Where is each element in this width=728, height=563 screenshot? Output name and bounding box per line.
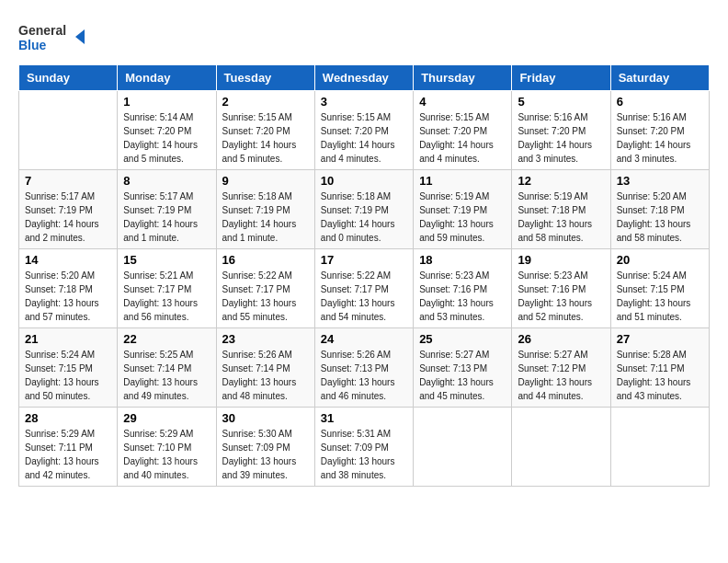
week-row-3: 14Sunrise: 5:20 AMSunset: 7:18 PMDayligh… — [19, 249, 710, 328]
svg-text:Blue: Blue — [18, 38, 47, 52]
day-cell: 28Sunrise: 5:29 AMSunset: 7:11 PMDayligh… — [19, 408, 118, 487]
day-info: Sunrise: 5:31 AMSunset: 7:09 PMDaylight:… — [321, 427, 407, 482]
week-row-2: 7Sunrise: 5:17 AMSunset: 7:19 PMDaylight… — [19, 170, 710, 249]
day-info: Sunrise: 5:27 AMSunset: 7:12 PMDaylight:… — [518, 348, 604, 403]
day-number: 7 — [25, 174, 111, 188]
day-cell: 27Sunrise: 5:28 AMSunset: 7:11 PMDayligh… — [610, 328, 709, 408]
day-number: 25 — [419, 332, 506, 346]
day-number: 17 — [321, 253, 407, 267]
day-info: Sunrise: 5:24 AMSunset: 7:15 PMDaylight:… — [25, 348, 111, 403]
day-info: Sunrise: 5:29 AMSunset: 7:11 PMDaylight:… — [25, 427, 111, 482]
day-number: 8 — [123, 174, 210, 188]
weekday-header-friday: Friday — [512, 65, 610, 91]
day-number: 5 — [518, 95, 604, 109]
day-cell — [610, 408, 709, 487]
day-cell: 30Sunrise: 5:30 AMSunset: 7:09 PMDayligh… — [216, 408, 314, 487]
day-cell: 31Sunrise: 5:31 AMSunset: 7:09 PMDayligh… — [314, 408, 413, 487]
day-cell: 5Sunrise: 5:16 AMSunset: 7:20 PMDaylight… — [512, 91, 610, 170]
day-number: 9 — [222, 174, 309, 188]
svg-marker-2 — [75, 29, 85, 44]
day-number: 3 — [321, 95, 407, 109]
day-cell: 15Sunrise: 5:21 AMSunset: 7:17 PMDayligh… — [118, 249, 216, 328]
day-number: 20 — [617, 253, 703, 267]
day-number: 1 — [123, 95, 210, 109]
day-cell: 20Sunrise: 5:24 AMSunset: 7:15 PMDayligh… — [610, 249, 709, 328]
day-number: 26 — [518, 332, 604, 346]
weekday-header-tuesday: Tuesday — [216, 65, 314, 91]
day-cell: 13Sunrise: 5:20 AMSunset: 7:18 PMDayligh… — [610, 170, 709, 249]
page-header: GeneralBlue — [18, 18, 710, 55]
day-info: Sunrise: 5:26 AMSunset: 7:14 PMDaylight:… — [222, 348, 309, 403]
day-info: Sunrise: 5:27 AMSunset: 7:13 PMDaylight:… — [419, 348, 506, 403]
weekday-header-monday: Monday — [118, 65, 216, 91]
day-cell: 2Sunrise: 5:15 AMSunset: 7:20 PMDaylight… — [216, 91, 314, 170]
day-number: 31 — [321, 411, 407, 425]
svg-text:General: General — [18, 23, 66, 38]
weekday-header-wednesday: Wednesday — [314, 65, 413, 91]
day-cell: 11Sunrise: 5:19 AMSunset: 7:19 PMDayligh… — [414, 170, 512, 249]
day-cell: 22Sunrise: 5:25 AMSunset: 7:14 PMDayligh… — [118, 328, 216, 408]
day-number: 15 — [123, 253, 210, 267]
day-info: Sunrise: 5:18 AMSunset: 7:19 PMDaylight:… — [222, 190, 309, 245]
day-info: Sunrise: 5:22 AMSunset: 7:17 PMDaylight:… — [222, 269, 309, 324]
day-info: Sunrise: 5:21 AMSunset: 7:17 PMDaylight:… — [123, 269, 210, 324]
day-cell: 3Sunrise: 5:15 AMSunset: 7:20 PMDaylight… — [314, 91, 413, 170]
day-number: 23 — [222, 332, 309, 346]
day-cell: 1Sunrise: 5:14 AMSunset: 7:20 PMDaylight… — [118, 91, 216, 170]
day-info: Sunrise: 5:15 AMSunset: 7:20 PMDaylight:… — [321, 110, 407, 166]
day-cell: 7Sunrise: 5:17 AMSunset: 7:19 PMDaylight… — [19, 170, 118, 249]
day-number: 16 — [222, 253, 309, 267]
day-number: 29 — [123, 411, 210, 425]
day-info: Sunrise: 5:19 AMSunset: 7:18 PMDaylight:… — [518, 190, 604, 245]
weekday-header-sunday: Sunday — [19, 65, 118, 91]
day-cell — [19, 91, 118, 170]
day-cell: 8Sunrise: 5:17 AMSunset: 7:19 PMDaylight… — [118, 170, 216, 249]
day-cell — [512, 408, 610, 487]
day-number: 14 — [25, 253, 111, 267]
day-cell: 10Sunrise: 5:18 AMSunset: 7:19 PMDayligh… — [314, 170, 413, 249]
day-number: 27 — [617, 332, 703, 346]
day-number: 30 — [222, 411, 309, 425]
day-cell: 12Sunrise: 5:19 AMSunset: 7:18 PMDayligh… — [512, 170, 610, 249]
day-number: 12 — [518, 174, 604, 188]
day-number: 13 — [617, 174, 703, 188]
day-cell: 21Sunrise: 5:24 AMSunset: 7:15 PMDayligh… — [19, 328, 118, 408]
day-cell: 26Sunrise: 5:27 AMSunset: 7:12 PMDayligh… — [512, 328, 610, 408]
day-cell: 4Sunrise: 5:15 AMSunset: 7:20 PMDaylight… — [414, 91, 512, 170]
week-row-4: 21Sunrise: 5:24 AMSunset: 7:15 PMDayligh… — [19, 328, 710, 408]
day-info: Sunrise: 5:23 AMSunset: 7:16 PMDaylight:… — [518, 269, 604, 324]
day-info: Sunrise: 5:14 AMSunset: 7:20 PMDaylight:… — [123, 110, 210, 166]
day-cell: 19Sunrise: 5:23 AMSunset: 7:16 PMDayligh… — [512, 249, 610, 328]
day-cell: 29Sunrise: 5:29 AMSunset: 7:10 PMDayligh… — [118, 408, 216, 487]
day-info: Sunrise: 5:28 AMSunset: 7:11 PMDaylight:… — [617, 348, 703, 403]
logo-icon: GeneralBlue — [18, 18, 92, 55]
day-number: 18 — [419, 253, 506, 267]
calendar-table: SundayMondayTuesdayWednesdayThursdayFrid… — [18, 64, 710, 487]
day-info: Sunrise: 5:24 AMSunset: 7:15 PMDaylight:… — [617, 269, 703, 324]
day-cell: 16Sunrise: 5:22 AMSunset: 7:17 PMDayligh… — [216, 249, 314, 328]
day-info: Sunrise: 5:20 AMSunset: 7:18 PMDaylight:… — [617, 190, 703, 245]
day-number: 2 — [222, 95, 309, 109]
day-number: 6 — [617, 95, 703, 109]
day-number: 22 — [123, 332, 210, 346]
week-row-5: 28Sunrise: 5:29 AMSunset: 7:11 PMDayligh… — [19, 408, 710, 487]
day-info: Sunrise: 5:25 AMSunset: 7:14 PMDaylight:… — [123, 348, 210, 403]
weekday-header-row: SundayMondayTuesdayWednesdayThursdayFrid… — [19, 65, 710, 91]
day-info: Sunrise: 5:18 AMSunset: 7:19 PMDaylight:… — [321, 190, 407, 245]
day-cell — [414, 408, 512, 487]
day-number: 21 — [25, 332, 111, 346]
day-cell: 6Sunrise: 5:16 AMSunset: 7:20 PMDaylight… — [610, 91, 709, 170]
day-info: Sunrise: 5:29 AMSunset: 7:10 PMDaylight:… — [123, 427, 210, 482]
day-cell: 18Sunrise: 5:23 AMSunset: 7:16 PMDayligh… — [414, 249, 512, 328]
day-cell: 17Sunrise: 5:22 AMSunset: 7:17 PMDayligh… — [314, 249, 413, 328]
day-number: 24 — [321, 332, 407, 346]
day-cell: 25Sunrise: 5:27 AMSunset: 7:13 PMDayligh… — [414, 328, 512, 408]
day-info: Sunrise: 5:23 AMSunset: 7:16 PMDaylight:… — [419, 269, 506, 324]
day-number: 11 — [419, 174, 506, 188]
weekday-header-saturday: Saturday — [610, 65, 709, 91]
logo: GeneralBlue — [18, 18, 92, 55]
week-row-1: 1Sunrise: 5:14 AMSunset: 7:20 PMDaylight… — [19, 91, 710, 170]
day-info: Sunrise: 5:15 AMSunset: 7:20 PMDaylight:… — [222, 110, 309, 166]
day-info: Sunrise: 5:26 AMSunset: 7:13 PMDaylight:… — [321, 348, 407, 403]
day-info: Sunrise: 5:22 AMSunset: 7:17 PMDaylight:… — [321, 269, 407, 324]
